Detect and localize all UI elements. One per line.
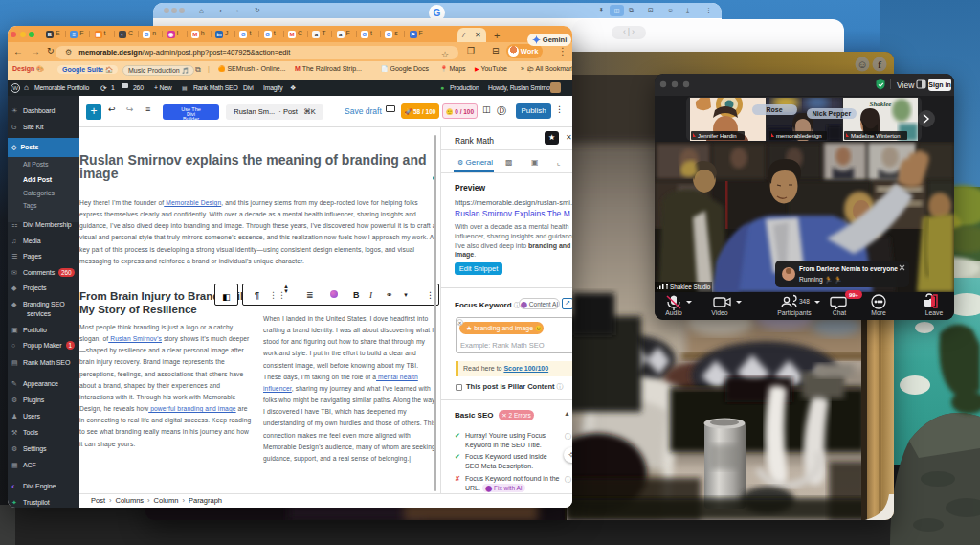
svg-text:From Darlene Nemia to everyone: From Darlene Nemia to everyone (799, 265, 898, 273)
svg-text:f: f (878, 58, 881, 70)
svg-text:Chat: Chat (833, 309, 846, 316)
svg-text:Participants: Participants (777, 309, 812, 317)
svg-text:Madeline Winterton: Madeline Winterton (851, 133, 901, 139)
svg-text:99+: 99+ (849, 292, 859, 298)
svg-text:Audio: Audio (665, 309, 682, 316)
svg-text:348: 348 (799, 298, 810, 305)
svg-text:Sign in: Sign in (928, 81, 950, 89)
svg-text:View: View (897, 80, 915, 90)
svg-text:memorabledesign: memorabledesign (776, 133, 822, 139)
svg-text:☺: ☺ (857, 58, 867, 70)
svg-text:Rose: Rose (766, 106, 782, 113)
svg-text:More: More (871, 309, 886, 316)
svg-text:Shaklee: Shaklee (870, 101, 892, 108)
svg-text:Video: Video (711, 309, 727, 316)
svg-text:Jennifer Hardin: Jennifer Hardin (698, 133, 737, 139)
svg-text:Shaklee Studio: Shaklee Studio (670, 284, 711, 290)
svg-text:Nick Pepper: Nick Pepper (813, 110, 852, 118)
svg-text:Running 🏃 🏃: Running 🏃 🏃 (799, 275, 842, 284)
svg-text:Leave: Leave (925, 309, 944, 316)
